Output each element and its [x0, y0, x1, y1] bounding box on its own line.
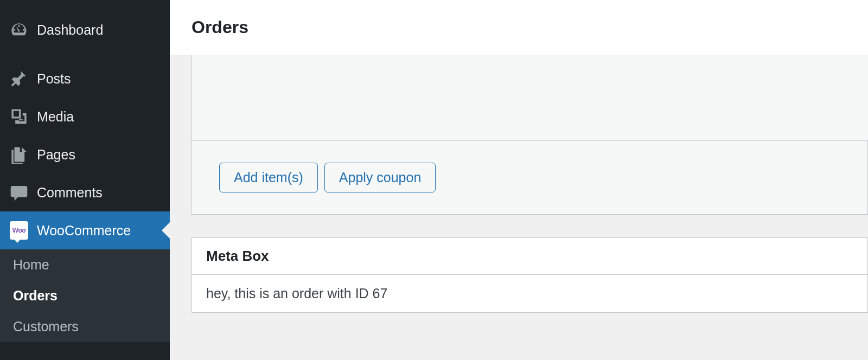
sidebar-item-woocommerce[interactable]: Woo WooCommerce [0, 211, 170, 249]
sidebar-item-posts[interactable]: Posts [0, 60, 170, 98]
dashboard-icon [10, 21, 28, 39]
pages-icon [10, 145, 28, 164]
page-header: Orders [170, 0, 868, 55]
pin-icon [10, 69, 28, 88]
submenu-item-orders[interactable]: Orders [0, 280, 170, 311]
main-content: Orders Add item(s) Apply coupon Meta Box… [170, 0, 868, 360]
apply-coupon-button[interactable]: Apply coupon [324, 163, 436, 192]
sidebar-item-label: WooCommerce [37, 223, 131, 239]
sidebar-item-label: Comments [37, 185, 103, 201]
sidebar-item-label: Media [37, 109, 74, 125]
page-title: Orders [192, 17, 846, 37]
sidebar-item-label: Posts [37, 71, 71, 87]
woocommerce-icon: Woo [10, 221, 28, 240]
comments-icon [10, 183, 28, 202]
sidebar-item-comments[interactable]: Comments [0, 173, 170, 211]
admin-sidebar: Dashboard Posts Media Pages Comments Woo… [0, 0, 170, 360]
sidebar-item-label: Pages [37, 147, 75, 163]
meta-box-title: Meta Box [192, 238, 867, 275]
sidebar-item-label: Dashboard [37, 22, 103, 38]
meta-box-content: hey, this is an order with ID 67 [192, 275, 867, 312]
order-items-empty-area [192, 55, 868, 140]
woo-badge: Woo [12, 227, 25, 234]
sidebar-item-pages[interactable]: Pages [0, 136, 170, 173]
sidebar-item-media[interactable]: Media [0, 98, 170, 136]
meta-box-panel: Meta Box hey, this is an order with ID 6… [192, 237, 868, 313]
submenu-item-customers[interactable]: Customers [0, 311, 170, 342]
submenu-item-home[interactable]: Home [0, 249, 170, 280]
sidebar-item-dashboard[interactable]: Dashboard [0, 0, 170, 60]
order-actions-bar: Add item(s) Apply coupon [192, 140, 868, 215]
content-area: Add item(s) Apply coupon Meta Box hey, t… [170, 55, 868, 360]
woocommerce-submenu: Home Orders Customers [0, 249, 170, 342]
add-item-button[interactable]: Add item(s) [219, 163, 318, 192]
order-items-panel: Add item(s) Apply coupon [192, 55, 868, 215]
media-icon [10, 107, 28, 126]
